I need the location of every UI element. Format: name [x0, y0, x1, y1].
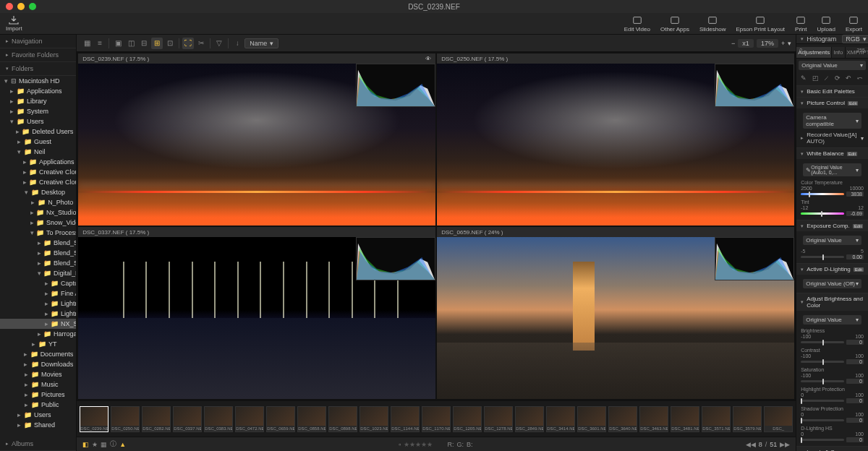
compare-h-button[interactable]: ⊟: [138, 38, 150, 49]
nav-section-header[interactable]: ▸Navigation: [0, 35, 76, 48]
folder-n-photo[interactable]: ▸📁N_Photo: [0, 197, 76, 207]
folder-music[interactable]: ▸📁Music: [0, 379, 76, 390]
eyedropper-icon[interactable]: ✎: [801, 74, 807, 83]
thumbnail[interactable]: DSC_3601.NEF: [577, 406, 606, 432]
thumbnail[interactable]: DSC_3579.NEF: [733, 406, 762, 432]
tab-info[interactable]: Info: [832, 47, 845, 58]
viewer-cell-3[interactable]: DSC_0659.NEF ( 24% ): [437, 227, 794, 399]
folder-nx-studio-course[interactable]: ▸📁NX_Studio_Course: [0, 319, 76, 329]
viewer-cell-2[interactable]: DSC_0337.NEF ( 17.5% ): [78, 227, 435, 399]
folder-desktop[interactable]: ▾📁Desktop: [0, 187, 76, 197]
levels-curves-header[interactable]: ▸Levels & Curves: [796, 447, 868, 451]
thumbnail[interactable]: DSC_0337.NEF: [173, 406, 202, 432]
label-picker[interactable]: ▫: [399, 441, 401, 448]
folder-capture-one-course[interactable]: ▸📁Capture_One_Course: [0, 278, 76, 288]
brightness-slider[interactable]: Brightness-1001000: [801, 327, 864, 346]
reset-icon[interactable]: ⤺: [857, 74, 864, 83]
folder-movies[interactable]: ▸📁Movies: [0, 369, 76, 379]
folder-users[interactable]: ▾📁Users: [0, 116, 76, 126]
histogram-overlay-icon[interactable]: ▲: [119, 441, 126, 448]
thumbnail[interactable]: DSC_0282.NEF: [142, 406, 171, 432]
thumbnail[interactable]: DSC_1144.NEF: [391, 406, 420, 432]
adl-dropdown[interactable]: Original Value (Off)▾: [803, 279, 861, 288]
export-button[interactable]: Export: [846, 15, 862, 33]
sp-slider[interactable]: Shadow Protection01000: [801, 405, 864, 424]
crop-icon[interactable]: ◰: [812, 74, 819, 83]
basic-edit-palettes-header[interactable]: ▾Basic Edit Palettes: [796, 86, 868, 97]
folder-to-process[interactable]: ▾📁To Process: [0, 228, 76, 238]
folder-yt[interactable]: ▸📁YT: [0, 339, 76, 349]
edit-video-button[interactable]: Edit Video: [624, 15, 650, 33]
thumbnail[interactable]: DSC_0250.NEF: [111, 406, 140, 432]
folder-harrogate-snow-jan-2021[interactable]: ▸📁Harrogate_Snow_Jan_2021: [0, 329, 76, 339]
folder-users[interactable]: ▸📁Users: [0, 410, 76, 420]
folder-creative-cloud-files-archived-1-[interactable]: ▸📁Creative Cloud Files (archived) (1): [0, 177, 76, 187]
ec-value-dropdown[interactable]: Original Value▾: [803, 236, 861, 245]
zoom-dropdown[interactable]: ▾: [788, 40, 791, 47]
upload-button[interactable]: Upload: [817, 15, 835, 33]
grid-size-icon[interactable]: ▦: [101, 441, 107, 448]
thumbnail[interactable]: DSC_3481.NEF: [671, 406, 699, 432]
viewer-cell-0[interactable]: DSC_0239.NEF ( 17.5% )👁: [78, 53, 435, 226]
thumbnail[interactable]: DSC_3640.NEF: [608, 406, 637, 432]
folder-system[interactable]: ▸📁System: [0, 106, 76, 116]
folder-applications[interactable]: ▸📁Applications: [0, 86, 76, 96]
folder-digital-darkroom[interactable]: ▾📁Digital_Darkroom: [0, 268, 76, 278]
albums-section-header[interactable]: ▸Albums: [0, 437, 76, 451]
preset-dropdown[interactable]: Original Value▾: [799, 61, 866, 70]
wb-value-dropdown[interactable]: ✎Original Value (Auto1, 0,...▾: [803, 163, 861, 176]
thumbnail[interactable]: DSC_3571.NEF: [702, 406, 731, 432]
thumbnail[interactable]: DSC_0898.NEF: [328, 406, 357, 432]
folder-deleted-users[interactable]: ▸📁Deleted Users: [0, 126, 76, 137]
single-view-button[interactable]: ▣: [112, 38, 124, 49]
active-d-lighting-header[interactable]: ▾Active D-LightingEdit: [796, 264, 868, 275]
folder-pictures[interactable]: ▸📁Pictures: [0, 390, 76, 400]
ec-slider[interactable]: -55 0.00: [801, 247, 864, 261]
sort-dropdown[interactable]: Name▾: [244, 38, 278, 48]
compare-4-button[interactable]: ⊞: [151, 38, 163, 49]
favorites-section-header[interactable]: ▸Favorite Folders: [0, 48, 76, 62]
zoom-in-button[interactable]: +: [781, 40, 785, 47]
picture-control-header[interactable]: ▾Picture ControlEdit: [796, 98, 868, 108]
thumbnail[interactable]: DSC_1278.NEF: [484, 406, 513, 432]
folder-applications[interactable]: ▸📁Applications: [0, 157, 76, 167]
folder-fine-art-prints[interactable]: ▸📁Fine Art Prints: [0, 288, 76, 298]
link-view-button[interactable]: ⛶: [182, 38, 194, 49]
thumbnail[interactable]: DSC_0858.NEF: [297, 406, 326, 432]
viewer-cell-1[interactable]: DSC_0250.NEF ( 17.5% ): [437, 53, 794, 226]
adjust-brightness-header[interactable]: ▾Adjust Brightness and Color: [796, 293, 868, 311]
thumbnail[interactable]: DSC_2849.NEF: [515, 406, 544, 432]
thumbnail[interactable]: DSC_0383.NEF: [204, 406, 233, 432]
folder-neil[interactable]: ▾📁Neil: [0, 147, 76, 157]
other-apps-button[interactable]: Other Apps: [660, 15, 689, 33]
folder-blend-sunset[interactable]: ▸📁Blend_Sunset: [0, 258, 76, 268]
rating-stars[interactable]: ★★★★★: [404, 441, 433, 448]
window-close-button[interactable]: [6, 3, 13, 10]
white-balance-header[interactable]: ▾White BalanceEdit: [796, 148, 868, 159]
list-view-button[interactable]: ≡: [94, 38, 106, 49]
tint-slider[interactable]: Tint -1212 -0.69: [801, 198, 864, 218]
straighten-icon[interactable]: ⟋: [823, 74, 830, 83]
folder-blend-snow-2[interactable]: ▸📁Blend_Snow_2: [0, 248, 76, 258]
folder-downloads[interactable]: ▸📁Downloads: [0, 359, 76, 369]
folder-public[interactable]: ▸📁Public: [0, 400, 76, 410]
folder-blend-snow[interactable]: ▸📁Blend_Snow: [0, 238, 76, 248]
thumbnail[interactable]: DSC_0472.NEF: [235, 406, 264, 432]
hp-slider[interactable]: Highlight Protection01000: [801, 385, 864, 405]
thumbnail[interactable]: DSC_: [764, 406, 793, 432]
saturation-slider[interactable]: Saturation-1001000: [801, 366, 864, 385]
folder-macintosh-hd[interactable]: ▾⊟Macintosh HD: [0, 76, 76, 86]
zoom-out-button[interactable]: −: [731, 40, 735, 47]
thumbnail[interactable]: DSC_1205.NEF: [453, 406, 482, 432]
folder-lightroom-black-white[interactable]: ▸📁Lightroom_Black&White: [0, 298, 76, 309]
thumbnail[interactable]: DSC_0239.NEF: [80, 406, 109, 432]
auto-icon[interactable]: ⟳: [835, 74, 841, 83]
undo-icon[interactable]: ↶: [846, 74, 852, 83]
pc-camera-dropdown[interactable]: Camera compatible▾: [803, 113, 861, 129]
compare-2-button[interactable]: ◫: [125, 38, 137, 49]
sort-dir-button[interactable]: ↓: [231, 38, 243, 49]
thumbnail[interactable]: DSC_1023.NEF: [359, 406, 388, 432]
import-button[interactable]: Import: [6, 16, 22, 32]
thumbnail[interactable]: DSC_1170.NEF: [422, 406, 451, 432]
rating-toggle-icon[interactable]: ★: [92, 441, 98, 448]
